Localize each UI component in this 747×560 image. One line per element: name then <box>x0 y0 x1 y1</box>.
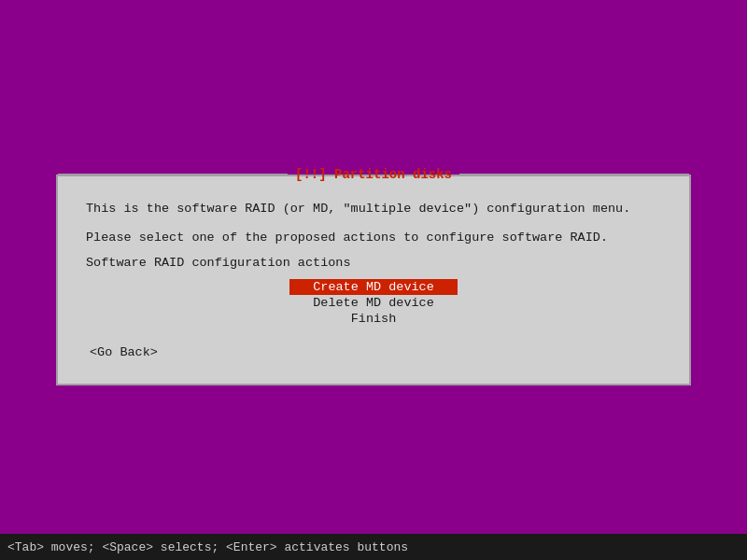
menu-item-delete[interactable]: Delete MD device <box>289 295 458 311</box>
screen: [!!] Partition disks This is the softwar… <box>0 0 747 560</box>
menu-item-finish[interactable]: Finish <box>289 311 458 327</box>
menu-item-create[interactable]: Create MD device <box>289 279 458 295</box>
title-line-left <box>58 174 288 175</box>
status-text: <Tab> moves; <Space> selects; <Enter> ac… <box>7 540 408 554</box>
button-row: <Go Back> <box>86 342 661 365</box>
dialog-line1: This is the software RAID (or MD, "multi… <box>86 199 661 220</box>
dialog-title: [!!] Partition disks <box>288 167 459 182</box>
status-bar: <Tab> moves; <Space> selects; <Enter> ac… <box>0 534 747 560</box>
dialog-content: This is the software RAID (or MD, "multi… <box>58 176 689 385</box>
dialog-line2: Please select one of the proposed action… <box>86 228 661 249</box>
title-line-right <box>459 174 689 175</box>
dialog-title-bar: [!!] Partition disks <box>58 167 689 182</box>
section-label: Software RAID configuration actions <box>86 256 661 270</box>
menu-list: Create MD device Delete MD device Finish <box>86 279 661 327</box>
go-back-button[interactable]: <Go Back> <box>86 345 162 359</box>
dialog: [!!] Partition disks This is the softwar… <box>56 175 691 386</box>
